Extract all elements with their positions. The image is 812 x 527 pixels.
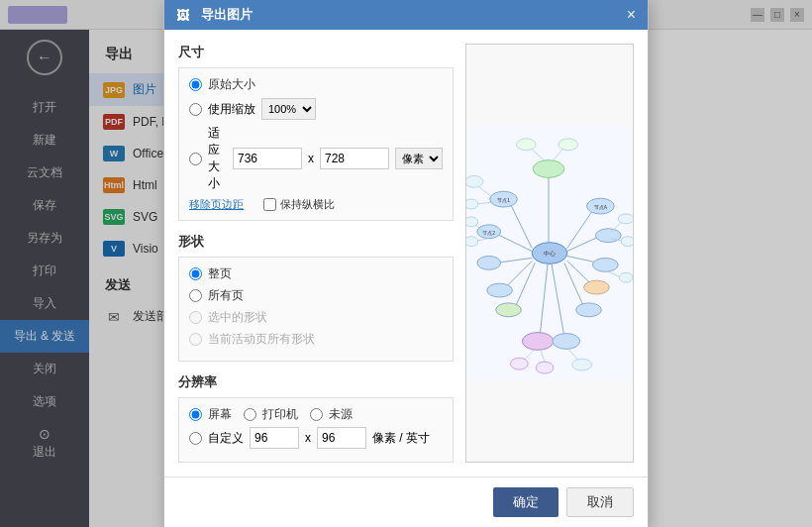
svg-text:节点1: 节点1 [497, 197, 510, 203]
shape-section: 形状 整页 所有页 选中的形状 [178, 233, 454, 362]
fit-width-input[interactable] [233, 148, 302, 169]
size-original-row: 原始大小 [189, 76, 443, 93]
resolution-x-input[interactable] [250, 427, 299, 449]
size-original-label: 原始大小 [208, 76, 255, 93]
dialog-header-icon: 🖼 [176, 8, 189, 23]
shape-all-row: 所有页 [189, 287, 443, 304]
svg-text:节点A: 节点A [594, 204, 608, 210]
svg-point-18 [466, 199, 478, 209]
zoom-select[interactable]: 100% [261, 98, 316, 120]
size-fit-row: 适应大小 x 像素 [189, 125, 443, 192]
size-section-box: 原始大小 使用缩放 100% 适应大小 [178, 67, 454, 221]
keep-ratio-row: 保持纵横比 [263, 197, 335, 212]
dialog-footer: 确定 取消 [164, 476, 648, 527]
svg-point-47 [536, 362, 554, 373]
size-zoom-label: 使用缩放 [208, 101, 255, 118]
size-section-title: 尺寸 [178, 44, 454, 61]
svg-point-37 [621, 237, 633, 247]
dialog-left-panel: 尺寸 原始大小 使用缩放 100% [178, 44, 454, 463]
size-original-radio[interactable] [189, 78, 202, 91]
dialog-body: 尺寸 原始大小 使用缩放 100% [164, 30, 648, 476]
dialog-title: 导出图片 [201, 6, 253, 24]
svg-point-41 [522, 333, 554, 351]
shape-current-label: 当前活动页所有形状 [208, 331, 315, 348]
keep-ratio-checkbox[interactable] [263, 198, 276, 211]
remove-margin-link[interactable]: 移除页边距 [189, 197, 244, 212]
svg-point-27 [595, 229, 621, 243]
fit-height-input[interactable] [320, 148, 389, 169]
shape-selected-label: 选中的形状 [208, 309, 267, 326]
resolution-custom-res-row: 未源 [310, 406, 353, 423]
svg-point-10 [477, 256, 501, 269]
svg-point-49 [572, 359, 592, 370]
dialog-cancel-button[interactable]: 取消 [566, 487, 634, 517]
resolution-custom-row: 自定义 x 像素 / 英寸 [189, 427, 443, 449]
shape-section-title: 形状 [178, 233, 454, 251]
resolution-custom2-radio[interactable] [189, 432, 202, 445]
resolution-options-row: 屏幕 打印机 未源 [189, 406, 443, 423]
resolution-printer-row: 打印机 [244, 406, 298, 423]
shape-whole-label: 整页 [208, 265, 232, 282]
dialog-confirm-button[interactable]: 确定 [493, 487, 558, 517]
resolution-printer-radio[interactable] [244, 408, 256, 421]
resolution-screen-row: 屏幕 [189, 406, 232, 423]
resolution-custom-res-label: 未源 [329, 406, 353, 423]
resolution-printer-label: 打印机 [262, 406, 298, 423]
resolution-section: 分辨率 屏幕 打印机 [178, 373, 454, 463]
shape-current-radio[interactable] [189, 333, 202, 346]
svg-point-45 [510, 358, 528, 369]
shape-all-radio[interactable] [189, 289, 202, 302]
shape-whole-row: 整页 [189, 265, 443, 282]
resolution-custom-label: 自定义 [208, 430, 244, 447]
size-zoom-radio[interactable] [189, 103, 202, 116]
svg-point-14 [496, 303, 522, 317]
svg-point-16 [466, 175, 483, 187]
dialog-overlay: 🖼 导出图片 × 尺寸 原始大小 [0, 0, 812, 527]
resolution-screen-label: 屏幕 [208, 406, 232, 423]
resolution-screen-radio[interactable] [189, 408, 202, 421]
shape-whole-radio[interactable] [189, 267, 202, 280]
svg-point-43 [553, 334, 580, 350]
svg-point-31 [584, 280, 610, 294]
size-fit-label: 适应大小 [208, 125, 227, 192]
svg-point-51 [533, 160, 564, 178]
dialog-right-panel: 中心 节点1 节点2 [465, 44, 634, 463]
shape-selected-radio[interactable] [189, 311, 202, 324]
shape-selected-row: 选中的形状 [189, 309, 443, 326]
shape-current-row: 当前活动页所有形状 [189, 331, 443, 348]
resolution-y-input[interactable] [317, 427, 366, 449]
svg-point-35 [618, 214, 633, 224]
svg-point-55 [558, 139, 578, 151]
shape-section-box: 整页 所有页 选中的形状 当前活动页所有形状 [178, 257, 454, 362]
dialog-header: 🖼 导出图片 × [164, 0, 648, 30]
resolution-unit: 像素 / 英寸 [372, 430, 430, 447]
resolution-section-title: 分辨率 [178, 373, 454, 391]
size-zoom-row: 使用缩放 100% [189, 98, 443, 120]
unit-select[interactable]: 像素 [395, 148, 443, 169]
svg-point-53 [516, 139, 536, 151]
keep-ratio-label: 保持纵横比 [280, 197, 335, 212]
svg-point-33 [576, 303, 602, 317]
svg-point-20 [466, 217, 478, 227]
svg-point-22 [466, 237, 478, 247]
svg-text:中心: 中心 [544, 250, 556, 257]
resolution-separator: x [305, 431, 311, 445]
svg-point-29 [592, 258, 618, 271]
svg-point-39 [619, 272, 633, 282]
mindmap-preview-svg: 中心 节点1 节点2 [466, 45, 633, 462]
dialog-close-button[interactable]: × [627, 7, 636, 23]
size-fit-radio[interactable] [189, 153, 202, 165]
size-section: 尺寸 原始大小 使用缩放 100% [178, 44, 454, 221]
export-image-dialog: 🖼 导出图片 × 尺寸 原始大小 [163, 0, 649, 527]
fit-separator: x [308, 152, 314, 165]
resolution-section-box: 屏幕 打印机 未源 [178, 397, 454, 463]
shape-all-label: 所有页 [208, 287, 244, 304]
svg-point-12 [487, 283, 513, 297]
resolution-custom-radio[interactable] [310, 408, 323, 421]
